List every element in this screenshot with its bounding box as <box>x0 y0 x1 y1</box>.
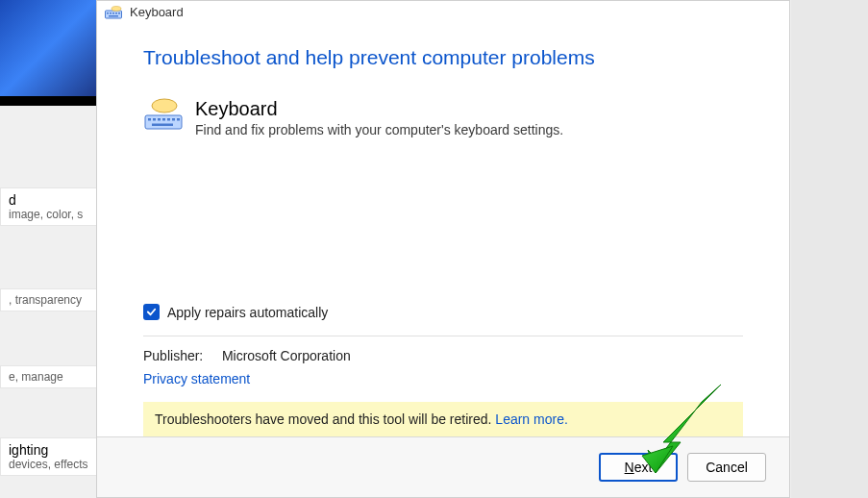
dialog-content: Troubleshoot and help prevent computer p… <box>97 19 789 436</box>
svg-rect-0 <box>106 11 122 18</box>
svg-rect-12 <box>158 118 161 121</box>
wizard-heading: Troubleshoot and help prevent computer p… <box>143 46 743 69</box>
svg-rect-11 <box>153 118 156 121</box>
next-button[interactable]: Next <box>599 453 678 482</box>
privacy-statement-link[interactable]: Privacy statement <box>143 371 743 386</box>
dialog-title-area: Keyboard <box>97 1 789 19</box>
checkbox-checked-icon <box>143 304 160 320</box>
svg-rect-1 <box>107 12 109 14</box>
keyboard-icon <box>105 6 122 19</box>
bg-strip <box>0 96 96 106</box>
bg-wallpaper <box>0 0 96 96</box>
svg-rect-16 <box>177 118 180 121</box>
svg-rect-17 <box>152 124 173 127</box>
troubleshooter-dialog: Keyboard Troubleshoot and help prevent c… <box>96 0 790 498</box>
apply-repairs-label: Apply repairs automatically <box>167 305 328 320</box>
svg-rect-13 <box>162 118 165 121</box>
publisher-name: Microsoft Corporation <box>222 348 351 363</box>
svg-rect-15 <box>172 118 175 121</box>
dialog-footer: Next Cancel <box>97 436 789 497</box>
divider <box>143 336 743 336</box>
retirement-notice: Troubleshooters have moved and this tool… <box>143 402 743 436</box>
notice-text: Troubleshooters have moved and this tool… <box>155 411 491 427</box>
dialog-title: Keyboard <box>130 5 184 19</box>
cancel-button[interactable]: Cancel <box>687 453 766 482</box>
apply-repairs-checkbox-row[interactable]: Apply repairs automatically <box>143 304 743 320</box>
svg-rect-4 <box>115 12 117 14</box>
svg-rect-3 <box>112 12 114 14</box>
svg-rect-9 <box>145 115 182 129</box>
keyboard-large-icon <box>143 98 184 135</box>
section-desc: Find and fix problems with your computer… <box>195 122 563 137</box>
page-scroll-background <box>791 0 868 498</box>
publisher-label: Publisher: <box>143 348 218 363</box>
section-keyboard: Keyboard Find and fix problems with your… <box>143 98 743 137</box>
publisher-row: Publisher: Microsoft Corporation <box>143 348 743 363</box>
learn-more-link[interactable]: Learn more. <box>495 411 567 427</box>
svg-rect-6 <box>109 15 118 17</box>
section-title: Keyboard <box>195 98 563 120</box>
svg-rect-10 <box>148 118 151 121</box>
svg-rect-2 <box>110 12 112 14</box>
svg-rect-5 <box>118 12 120 14</box>
svg-point-7 <box>112 6 121 11</box>
svg-rect-14 <box>167 118 170 121</box>
svg-point-8 <box>152 99 177 112</box>
